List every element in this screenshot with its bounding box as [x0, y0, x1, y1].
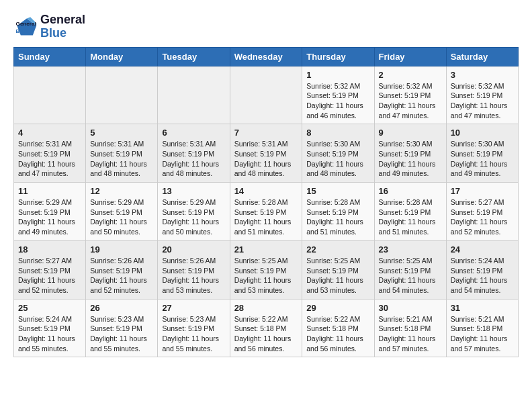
day-info: Sunrise: 5:25 AM Sunset: 5:19 PM Dayligh…: [234, 256, 298, 295]
day-number: 8: [306, 128, 369, 138]
weekday-header-friday: Friday: [374, 47, 446, 66]
day-number: 26: [90, 303, 153, 313]
calendar-cell: 1Sunrise: 5:32 AM Sunset: 5:19 PM Daylig…: [302, 66, 374, 124]
calendar-cell: 28Sunrise: 5:22 AM Sunset: 5:18 PM Dayli…: [230, 299, 302, 357]
logo: General Blue General Blue: [13, 13, 85, 40]
day-info: Sunrise: 5:31 AM Sunset: 5:19 PM Dayligh…: [234, 139, 298, 179]
day-number: 19: [90, 244, 153, 255]
calendar-cell: 29Sunrise: 5:22 AM Sunset: 5:18 PM Dayli…: [302, 299, 374, 357]
calendar-cell: 18Sunrise: 5:27 AM Sunset: 5:19 PM Dayli…: [14, 240, 86, 299]
logo-icon: General Blue: [13, 15, 38, 39]
calendar-cell: 10Sunrise: 5:30 AM Sunset: 5:19 PM Dayli…: [446, 124, 518, 183]
day-number: 9: [379, 128, 442, 138]
day-info: Sunrise: 5:32 AM Sunset: 5:19 PM Dayligh…: [451, 81, 514, 121]
logo-text-blue: Blue: [40, 27, 85, 40]
calendar-cell: [86, 66, 158, 124]
day-number: 2: [379, 70, 442, 80]
calendar-cell: [230, 66, 302, 124]
calendar-cell: 27Sunrise: 5:23 AM Sunset: 5:19 PM Dayli…: [158, 299, 230, 357]
day-number: 25: [18, 303, 81, 313]
day-info: Sunrise: 5:21 AM Sunset: 5:18 PM Dayligh…: [451, 314, 514, 354]
calendar-cell: 30Sunrise: 5:21 AM Sunset: 5:18 PM Dayli…: [374, 299, 446, 357]
day-number: 31: [451, 303, 514, 313]
svg-text:General: General: [16, 21, 36, 27]
day-info: Sunrise: 5:28 AM Sunset: 5:19 PM Dayligh…: [234, 197, 298, 237]
day-info: Sunrise: 5:29 AM Sunset: 5:19 PM Dayligh…: [18, 197, 81, 237]
calendar-cell: 26Sunrise: 5:23 AM Sunset: 5:19 PM Dayli…: [86, 299, 158, 357]
calendar-table: SundayMondayTuesdayWednesdayThursdayFrid…: [13, 47, 519, 358]
day-info: Sunrise: 5:27 AM Sunset: 5:19 PM Dayligh…: [451, 197, 514, 237]
weekday-header-thursday: Thursday: [302, 47, 374, 66]
calendar-cell: 31Sunrise: 5:21 AM Sunset: 5:18 PM Dayli…: [446, 299, 518, 357]
calendar-cell: 20Sunrise: 5:26 AM Sunset: 5:19 PM Dayli…: [158, 240, 230, 299]
calendar-cell: 9Sunrise: 5:30 AM Sunset: 5:19 PM Daylig…: [374, 124, 446, 183]
calendar-cell: 19Sunrise: 5:26 AM Sunset: 5:19 PM Dayli…: [86, 240, 158, 299]
calendar-cell: 8Sunrise: 5:30 AM Sunset: 5:19 PM Daylig…: [302, 124, 374, 183]
calendar-cell: 14Sunrise: 5:28 AM Sunset: 5:19 PM Dayli…: [230, 183, 302, 241]
day-number: 10: [451, 128, 514, 138]
calendar-cell: 16Sunrise: 5:28 AM Sunset: 5:19 PM Dayli…: [374, 183, 446, 241]
calendar-cell: 2Sunrise: 5:32 AM Sunset: 5:19 PM Daylig…: [374, 66, 446, 124]
day-info: Sunrise: 5:22 AM Sunset: 5:18 PM Dayligh…: [234, 314, 298, 354]
calendar-cell: 11Sunrise: 5:29 AM Sunset: 5:19 PM Dayli…: [14, 183, 86, 241]
calendar-week-row: 18Sunrise: 5:27 AM Sunset: 5:19 PM Dayli…: [14, 240, 519, 299]
day-number: 3: [451, 70, 514, 80]
day-info: Sunrise: 5:27 AM Sunset: 5:19 PM Dayligh…: [18, 256, 81, 295]
calendar-week-row: 11Sunrise: 5:29 AM Sunset: 5:19 PM Dayli…: [14, 183, 519, 241]
day-number: 30: [379, 303, 442, 313]
day-number: 15: [306, 186, 369, 196]
calendar-cell: 7Sunrise: 5:31 AM Sunset: 5:19 PM Daylig…: [230, 124, 302, 183]
day-number: 18: [18, 244, 81, 255]
calendar-week-row: 1Sunrise: 5:32 AM Sunset: 5:19 PM Daylig…: [14, 66, 519, 124]
calendar-week-row: 25Sunrise: 5:24 AM Sunset: 5:19 PM Dayli…: [14, 299, 519, 357]
day-info: Sunrise: 5:23 AM Sunset: 5:19 PM Dayligh…: [90, 314, 153, 354]
day-info: Sunrise: 5:30 AM Sunset: 5:19 PM Dayligh…: [306, 139, 369, 179]
weekday-header-tuesday: Tuesday: [158, 47, 230, 66]
day-number: 28: [234, 303, 298, 313]
day-info: Sunrise: 5:30 AM Sunset: 5:19 PM Dayligh…: [451, 139, 514, 179]
calendar-cell: 23Sunrise: 5:25 AM Sunset: 5:19 PM Dayli…: [374, 240, 446, 299]
day-info: Sunrise: 5:25 AM Sunset: 5:19 PM Dayligh…: [379, 256, 442, 295]
day-number: 13: [162, 186, 225, 196]
day-number: 12: [90, 186, 153, 196]
calendar-cell: 12Sunrise: 5:29 AM Sunset: 5:19 PM Dayli…: [86, 183, 158, 241]
day-number: 27: [162, 303, 225, 313]
day-info: Sunrise: 5:32 AM Sunset: 5:19 PM Dayligh…: [379, 81, 442, 121]
day-number: 4: [18, 128, 81, 138]
day-number: 21: [234, 244, 298, 255]
day-info: Sunrise: 5:28 AM Sunset: 5:19 PM Dayligh…: [379, 197, 442, 237]
day-number: 7: [234, 128, 298, 138]
day-info: Sunrise: 5:29 AM Sunset: 5:19 PM Dayligh…: [90, 197, 153, 237]
calendar-cell: [158, 66, 230, 124]
svg-text:Blue: Blue: [16, 28, 28, 34]
day-info: Sunrise: 5:28 AM Sunset: 5:19 PM Dayligh…: [306, 197, 369, 237]
day-number: 17: [451, 186, 514, 196]
day-number: 5: [90, 128, 153, 138]
day-info: Sunrise: 5:24 AM Sunset: 5:19 PM Dayligh…: [18, 314, 81, 354]
page-header: General Blue General Blue: [13, 13, 519, 40]
day-info: Sunrise: 5:29 AM Sunset: 5:19 PM Dayligh…: [162, 197, 225, 237]
calendar-cell: 24Sunrise: 5:24 AM Sunset: 5:19 PM Dayli…: [446, 240, 518, 299]
day-number: 29: [306, 303, 369, 313]
day-info: Sunrise: 5:22 AM Sunset: 5:18 PM Dayligh…: [306, 314, 369, 354]
calendar-cell: 5Sunrise: 5:31 AM Sunset: 5:19 PM Daylig…: [86, 124, 158, 183]
calendar-cell: 6Sunrise: 5:31 AM Sunset: 5:19 PM Daylig…: [158, 124, 230, 183]
calendar-cell: 4Sunrise: 5:31 AM Sunset: 5:19 PM Daylig…: [14, 124, 86, 183]
calendar-cell: 25Sunrise: 5:24 AM Sunset: 5:19 PM Dayli…: [14, 299, 86, 357]
day-number: 6: [162, 128, 225, 138]
day-info: Sunrise: 5:24 AM Sunset: 5:19 PM Dayligh…: [451, 256, 514, 295]
calendar-header-row: SundayMondayTuesdayWednesdayThursdayFrid…: [14, 47, 519, 66]
weekday-header-wednesday: Wednesday: [230, 47, 302, 66]
calendar-cell: 17Sunrise: 5:27 AM Sunset: 5:19 PM Dayli…: [446, 183, 518, 241]
day-number: 11: [18, 186, 81, 196]
day-info: Sunrise: 5:21 AM Sunset: 5:18 PM Dayligh…: [379, 314, 442, 354]
day-number: 23: [379, 244, 442, 255]
calendar-cell: 13Sunrise: 5:29 AM Sunset: 5:19 PM Dayli…: [158, 183, 230, 241]
calendar-cell: 3Sunrise: 5:32 AM Sunset: 5:19 PM Daylig…: [446, 66, 518, 124]
day-info: Sunrise: 5:25 AM Sunset: 5:19 PM Dayligh…: [306, 256, 369, 295]
day-info: Sunrise: 5:31 AM Sunset: 5:19 PM Dayligh…: [90, 139, 153, 179]
day-number: 22: [306, 244, 369, 255]
day-number: 14: [234, 186, 298, 196]
calendar-cell: 21Sunrise: 5:25 AM Sunset: 5:19 PM Dayli…: [230, 240, 302, 299]
calendar-week-row: 4Sunrise: 5:31 AM Sunset: 5:19 PM Daylig…: [14, 124, 519, 183]
